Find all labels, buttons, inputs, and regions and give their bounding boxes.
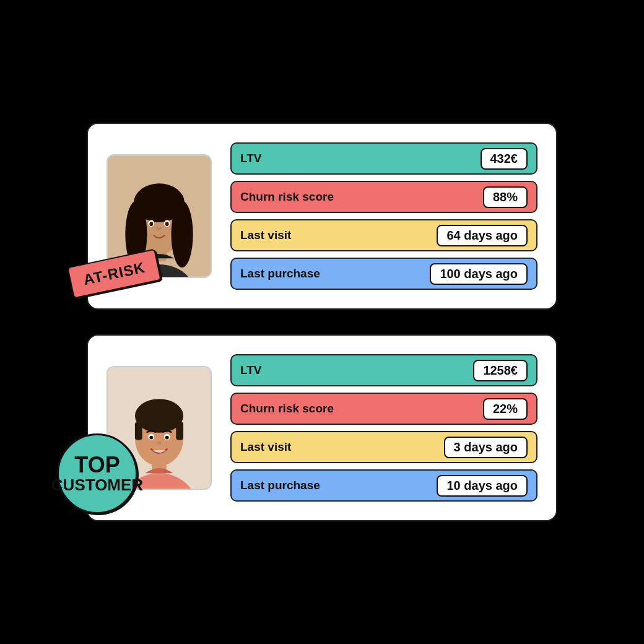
last-purchase-value-2: 10 days ago: [437, 475, 528, 497]
churn-row: Churn risk score 88%: [230, 181, 537, 213]
ltv-label: LTV: [240, 152, 261, 165]
svg-rect-17: [176, 422, 183, 440]
last-visit-row: Last visit 64 days ago: [230, 219, 537, 251]
svg-point-6: [134, 183, 185, 222]
badge-customer-text: CUSTOMER: [51, 476, 143, 494]
last-visit-value-2: 3 days ago: [444, 437, 528, 458]
svg-point-22: [157, 441, 162, 445]
ltv-row: LTV 432€: [230, 142, 537, 175]
svg-point-20: [149, 436, 153, 440]
ltv-label-2: LTV: [240, 363, 261, 377]
ltv-value-2: 1258€: [473, 360, 528, 381]
metrics-top-customer: LTV 1258€ Churn risk score 22% Last visi…: [230, 354, 537, 502]
svg-rect-16: [135, 422, 142, 440]
last-purchase-value: 100 days ago: [430, 263, 528, 285]
card-top-customer: TOP CUSTOMER: [87, 334, 557, 521]
ltv-value: 432€: [481, 148, 528, 170]
metrics-at-risk: LTV 432€ Churn risk score 88% Last visit…: [230, 142, 537, 290]
last-purchase-row: Last purchase 100 days ago: [230, 258, 537, 290]
churn-row-2: Churn risk score 22%: [230, 393, 537, 425]
churn-label-2: Churn risk score: [240, 402, 334, 416]
last-purchase-label: Last purchase: [240, 267, 320, 281]
churn-label: Churn risk score: [240, 190, 334, 204]
card-at-risk: AT-RISK: [87, 123, 557, 310]
last-visit-row-2: Last visit 3 days ago: [230, 431, 537, 463]
badge-top-text: TOP: [74, 454, 120, 476]
ltv-row-2: LTV 1258€: [230, 354, 537, 386]
svg-point-9: [149, 222, 153, 226]
last-visit-label: Last visit: [240, 228, 291, 242]
churn-value: 88%: [483, 186, 528, 208]
svg-point-21: [165, 436, 169, 440]
svg-point-10: [165, 222, 169, 226]
churn-value-2: 22%: [483, 398, 528, 420]
last-visit-label-2: Last visit: [240, 440, 291, 454]
top-customer-badge: TOP CUSTOMER: [57, 433, 137, 514]
last-purchase-label-2: Last purchase: [240, 479, 320, 492]
last-purchase-row-2: Last purchase 10 days ago: [230, 469, 537, 502]
last-visit-value: 64 days ago: [437, 225, 528, 246]
